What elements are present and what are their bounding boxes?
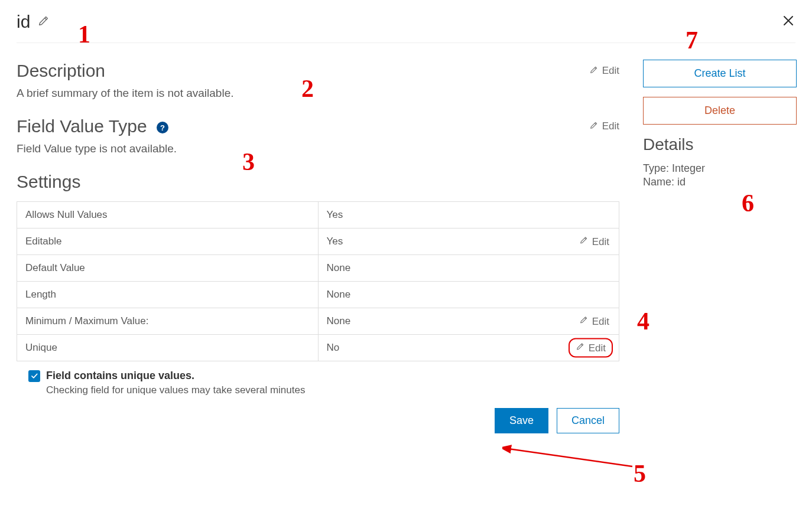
unique-checkbox-sub: Checking field for unique values may tak… — [46, 384, 619, 396]
edit-fieldvaluetype-button[interactable]: Edit — [589, 120, 619, 133]
details-heading: Details — [643, 135, 797, 154]
row-unique: Unique No Edit — [17, 335, 619, 361]
edit-description-button[interactable]: Edit — [589, 65, 619, 77]
cell-value: Yes — [318, 202, 619, 229]
unique-checkbox[interactable] — [28, 370, 40, 382]
header-row: id — [17, 12, 795, 43]
settings-table: Allows Null Values Yes Editable Yes Edit… — [17, 201, 619, 361]
cell-value: Yes Edit — [318, 229, 619, 255]
description-text: A brief summary of the item is not avail… — [17, 87, 619, 100]
row-allows-null: Allows Null Values Yes — [17, 202, 619, 229]
edit-unique-button[interactable]: Edit — [569, 338, 613, 358]
cell-label: Minimum / Maximum Value: — [17, 308, 319, 335]
field-title: id — [17, 12, 30, 32]
cell-value: No Edit — [318, 335, 619, 361]
cell-label: Length — [17, 282, 319, 308]
callout-5: 5 — [634, 459, 646, 488]
edit-label: Edit — [602, 120, 619, 132]
edit-label: Edit — [602, 65, 619, 77]
description-heading: Description — [17, 61, 105, 81]
cell-label: Default Value — [17, 255, 319, 282]
row-default-value: Default Value None — [17, 255, 619, 282]
edit-editable-button[interactable]: Edit — [576, 234, 613, 249]
cell-value: None Edit — [318, 308, 619, 335]
settings-heading: Settings — [17, 172, 619, 192]
field-value-type-text: Field Value type is not available. — [17, 142, 619, 155]
cell-value: None — [318, 255, 619, 282]
svg-line-0 — [508, 449, 632, 466]
row-minmax: Minimum / Maximum Value: None Edit — [17, 308, 619, 335]
edit-minmax-button[interactable]: Edit — [576, 314, 613, 329]
close-button[interactable] — [781, 14, 795, 30]
edit-title-icon[interactable] — [37, 14, 50, 30]
cell-label: Allows Null Values — [17, 202, 319, 229]
create-list-button[interactable]: Create List — [643, 60, 797, 87]
field-value-type-heading: Field Value Type ? — [17, 116, 168, 136]
delete-button[interactable]: Delete — [643, 97, 797, 125]
cell-label: Unique — [17, 335, 319, 361]
save-button[interactable]: Save — [495, 408, 548, 433]
cell-label: Editable — [17, 229, 319, 255]
unique-checkbox-label: Field contains unique values. — [46, 370, 194, 382]
details-type: Type: Integer — [643, 162, 797, 175]
row-length: Length None — [17, 282, 619, 308]
cancel-button[interactable]: Cancel — [557, 408, 619, 433]
details-name: Name: id — [643, 176, 797, 188]
cell-value: None — [318, 282, 619, 308]
row-editable: Editable Yes Edit — [17, 229, 619, 255]
help-icon[interactable]: ? — [157, 122, 168, 133]
